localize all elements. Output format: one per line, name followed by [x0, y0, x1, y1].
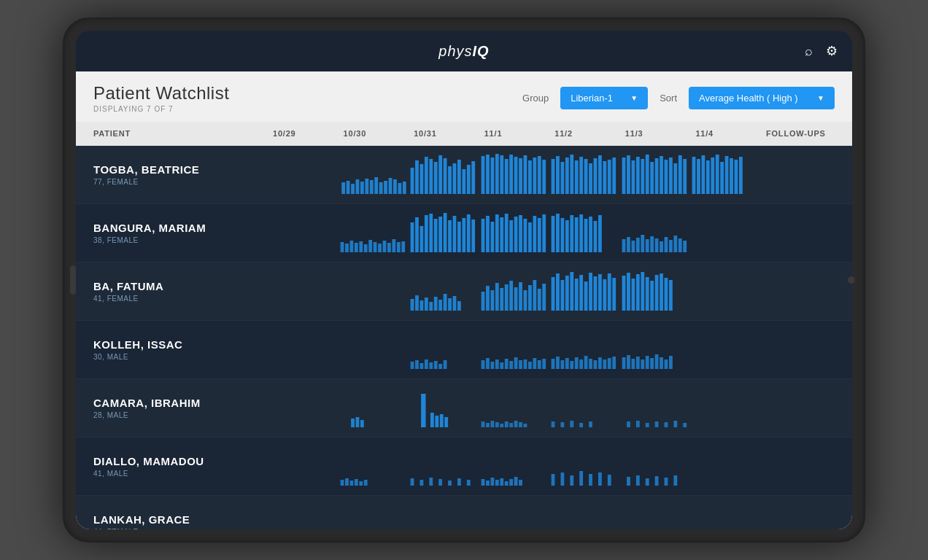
svg-rect-24 [457, 160, 461, 194]
patient-name: BA, FATUMA [93, 280, 268, 292]
chart-cell [480, 328, 551, 372]
svg-rect-165 [509, 281, 513, 311]
svg-rect-88 [373, 242, 376, 252]
page-header: Patient Watchlist DISPLAYING 7 OF 7 Grou… [76, 71, 852, 122]
svg-rect-169 [528, 285, 532, 311]
svg-rect-194 [655, 275, 659, 311]
svg-rect-290 [490, 478, 494, 486]
svg-rect-86 [363, 244, 367, 252]
header-controls: Group Liberian-1 ▼ Sort Average Health (… [522, 87, 835, 109]
svg-rect-92 [392, 239, 395, 252]
table-row[interactable]: LANKAH, GRACE 44, FEMALE [76, 496, 852, 529]
svg-rect-174 [556, 273, 560, 311]
svg-rect-96 [415, 217, 419, 252]
chart-cell [691, 211, 762, 255]
patient-info: KOLLEH, ISSAC 30, MALE [93, 332, 268, 367]
chart-cell [339, 386, 410, 430]
svg-rect-223 [565, 358, 569, 369]
patient-name: CAMARA, IBRAHIM [93, 397, 268, 409]
svg-rect-51 [594, 158, 598, 194]
header-left: Patient Watchlist DISPLAYING 7 OF 7 [93, 83, 229, 113]
svg-rect-282 [420, 480, 424, 486]
svg-rect-45 [565, 158, 569, 194]
svg-rect-192 [646, 277, 649, 311]
chart-cell [621, 386, 692, 430]
svg-rect-218 [538, 360, 541, 369]
svg-rect-8 [379, 182, 382, 194]
col-1030: 10/30 [339, 122, 410, 145]
svg-rect-137 [636, 238, 640, 252]
svg-rect-76 [721, 162, 724, 194]
col-112: 11/2 [550, 122, 621, 145]
svg-rect-52 [598, 155, 602, 194]
svg-rect-262 [523, 424, 527, 427]
patient-info: TOGBA, BEATRICE 77, FEMALE [93, 158, 268, 192]
col-111: 11/1 [480, 122, 551, 145]
svg-rect-198 [411, 362, 414, 369]
svg-rect-182 [594, 276, 598, 311]
svg-rect-93 [396, 242, 400, 252]
chart-cell [480, 386, 551, 430]
svg-rect-32 [500, 155, 503, 194]
patient-meta: 44, FEMALE [93, 528, 268, 529]
svg-rect-259 [509, 423, 513, 427]
chart-cell [621, 211, 692, 255]
table-row[interactable]: DIALLO, MAMADOU 41, MALE [76, 438, 852, 496]
svg-rect-205 [444, 360, 447, 369]
svg-rect-80 [739, 157, 743, 194]
svg-rect-14 [411, 168, 414, 194]
chart-cell [409, 211, 480, 255]
chart-cell-1029 [268, 153, 339, 197]
follow-ups [762, 286, 835, 298]
search-icon[interactable]: ⌕ [805, 44, 813, 59]
svg-rect-64 [660, 156, 663, 194]
svg-rect-228 [589, 359, 592, 369]
svg-rect-22 [448, 166, 452, 194]
chart-cell-114 [691, 153, 762, 197]
chart-cell [691, 328, 762, 372]
svg-rect-95 [411, 222, 414, 252]
svg-rect-105 [457, 222, 461, 252]
chart-cell [480, 503, 551, 530]
top-bar: physIQ ⌕ ⚙ [76, 31, 852, 71]
svg-rect-59 [636, 157, 640, 194]
svg-rect-309 [673, 475, 677, 486]
svg-rect-256 [495, 422, 499, 427]
chart-cell [550, 328, 621, 372]
svg-rect-97 [420, 226, 424, 252]
svg-rect-225 [575, 357, 579, 369]
svg-rect-121 [538, 218, 541, 252]
chart-cell-112 [550, 153, 621, 197]
table-row[interactable]: TOGBA, BEATRICE 77, FEMALE [76, 146, 852, 204]
svg-rect-221 [556, 357, 560, 369]
chart-cell [268, 328, 339, 372]
settings-icon[interactable]: ⚙ [826, 43, 838, 59]
svg-rect-3 [355, 179, 359, 194]
svg-rect-128 [575, 217, 579, 252]
svg-rect-234 [622, 357, 625, 369]
table-row[interactable]: BA, FATUMA 41, FEMALE [76, 262, 852, 321]
svg-rect-41 [542, 160, 546, 194]
svg-rect-140 [650, 236, 654, 252]
svg-rect-38 [528, 160, 532, 194]
svg-rect-67 [673, 163, 677, 194]
table-row[interactable]: BANGURA, MARIAM 38, FEMALE [76, 204, 852, 262]
table-row[interactable]: CAMARA, IBRAHIM 28, MALE [76, 379, 852, 438]
sort-dropdown[interactable]: Average Health ( High ) ▼ [689, 87, 835, 109]
svg-rect-283 [430, 478, 433, 486]
col-1029: 10/29 [268, 122, 339, 145]
svg-rect-239 [646, 356, 649, 369]
svg-rect-279 [359, 481, 363, 486]
svg-rect-179 [580, 275, 584, 311]
svg-rect-216 [528, 362, 532, 369]
svg-rect-46 [571, 155, 574, 194]
chart-cell [621, 445, 692, 489]
group-dropdown[interactable]: Liberian-1 ▼ [560, 87, 648, 109]
chart-cell-111 [480, 153, 551, 197]
col-patient: PATIENT [93, 122, 268, 145]
svg-rect-116 [514, 217, 517, 252]
svg-rect-280 [363, 480, 367, 486]
table-row[interactable]: KOLLEH, ISSAC 30, MALE [76, 321, 852, 379]
svg-rect-238 [641, 359, 644, 369]
svg-rect-151 [425, 298, 428, 311]
